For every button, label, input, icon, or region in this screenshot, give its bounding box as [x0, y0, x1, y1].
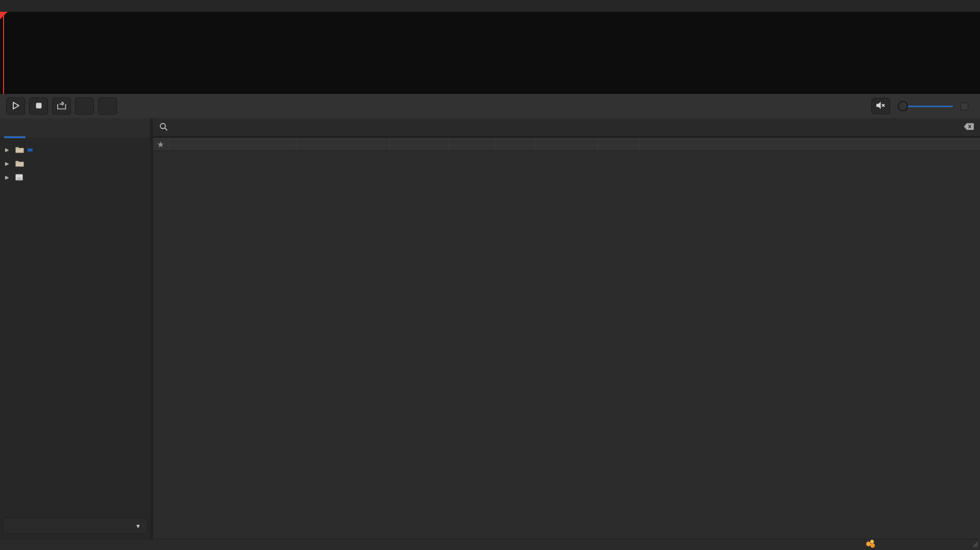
play-icon: [11, 101, 20, 112]
tab-trash[interactable]: [47, 118, 68, 138]
samplehive-window: ▶ ▶ ▶: [0, 0, 980, 550]
samplerate-column-header[interactable]: [535, 138, 598, 151]
settings-button[interactable]: [98, 97, 117, 115]
menu-help[interactable]: [37, 5, 48, 8]
path-column-header[interactable]: [639, 138, 980, 151]
chevron-down-icon: ▼: [135, 523, 141, 529]
autoplay-checkbox[interactable]: [961, 103, 968, 110]
search-bar: [153, 118, 980, 138]
loop-button[interactable]: [52, 97, 71, 115]
tree-label-root[interactable]: [28, 176, 33, 179]
clear-search-icon[interactable]: [964, 123, 974, 132]
tree-label-home[interactable]: [28, 148, 33, 152]
autoplay-control: [961, 103, 972, 110]
search-input[interactable]: [173, 123, 959, 132]
app-version-block: [865, 539, 880, 550]
loop-ab-button[interactable]: [75, 97, 94, 115]
folder-icon: [15, 160, 24, 167]
samplehive-logo-icon: [865, 539, 876, 550]
transport-right-group: [864, 98, 974, 114]
directory-tree: ▶ ▶ ▶: [0, 139, 150, 514]
tree-item-root[interactable]: ▶: [0, 170, 150, 184]
samplepack-column-header[interactable]: [297, 138, 390, 151]
tree-label-desktop[interactable]: [28, 162, 33, 165]
resize-grip[interactable]: [971, 540, 978, 549]
tab-hives[interactable]: [26, 118, 47, 138]
expand-arrow-icon[interactable]: ▶: [5, 147, 12, 153]
waveform-display[interactable]: [0, 12, 980, 94]
sidebar: ▶ ▶ ▶: [0, 118, 153, 539]
stop-icon: [34, 101, 43, 112]
stop-button[interactable]: [29, 97, 48, 115]
menu-file[interactable]: [3, 5, 14, 8]
mute-button[interactable]: [871, 98, 890, 114]
menu-view[interactable]: [26, 5, 37, 8]
folder-icon: [15, 146, 24, 153]
expand-arrow-icon[interactable]: ▶: [5, 174, 12, 180]
tree-item-home[interactable]: ▶: [0, 143, 150, 157]
table-header: ★: [153, 138, 980, 151]
play-button[interactable]: [6, 97, 25, 115]
sample-table: ★: [153, 138, 980, 539]
content-area: ▶ ▶ ▶: [0, 118, 980, 539]
length-column-header[interactable]: [496, 138, 535, 151]
transport-bar: [0, 94, 980, 118]
waveform-canvas: [0, 12, 980, 94]
search-icon: [159, 122, 168, 133]
file-filter-dropdown[interactable]: ▼: [3, 517, 148, 534]
speaker-muted-icon: [876, 101, 886, 111]
favorites-column-header[interactable]: ★: [153, 138, 168, 151]
menu-edit[interactable]: [14, 5, 26, 8]
sidebar-tabs: [0, 118, 150, 139]
volume-slider[interactable]: [898, 101, 953, 112]
loop-folder-arrow-icon: [57, 101, 67, 112]
status-bar: [0, 539, 980, 550]
expand-arrow-icon[interactable]: ▶: [5, 161, 12, 166]
type-column-header[interactable]: [390, 138, 449, 151]
drive-icon: [15, 174, 24, 181]
sample-browser-main: ★: [153, 118, 980, 539]
sample-table-body: [153, 151, 980, 539]
bitrate-column-header[interactable]: [598, 138, 639, 151]
menu-bar: [0, 0, 980, 12]
playhead-marker-icon: [0, 12, 8, 19]
playhead-line[interactable]: [3, 12, 4, 94]
tree-item-desktop[interactable]: ▶: [0, 157, 150, 170]
tab-browse[interactable]: [4, 118, 26, 138]
star-icon: ★: [157, 140, 164, 148]
channels-column-header[interactable]: [449, 138, 496, 151]
volume-knob[interactable]: [898, 101, 908, 111]
filename-column-header[interactable]: [168, 138, 297, 151]
